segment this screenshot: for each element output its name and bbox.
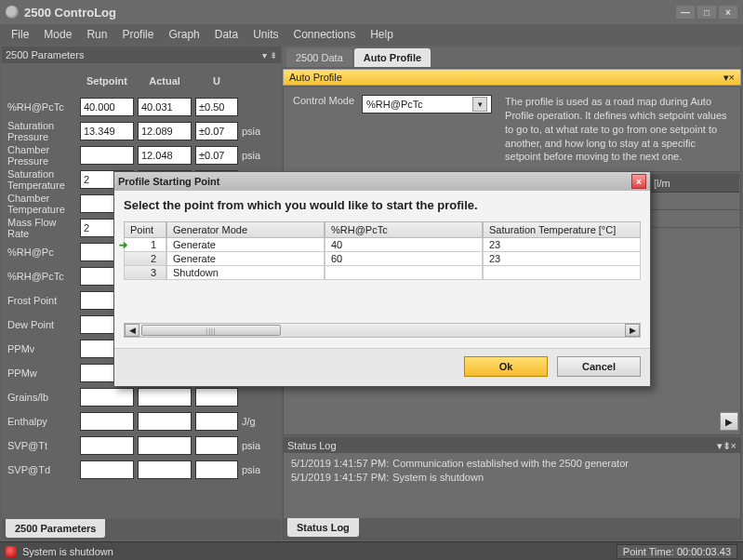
param-unit: psia	[242, 150, 273, 161]
tab-2500-parameters[interactable]: 2500 Parameters	[6, 519, 105, 538]
status-led-icon	[6, 546, 17, 557]
cell-generator-mode: Shutdown	[166, 266, 325, 280]
close-button[interactable]: ×	[719, 6, 737, 19]
param-row: %RH@PcTc40.00040.031±0.50	[7, 95, 277, 119]
param-label: Chamber Temperature	[7, 193, 76, 215]
cell-saturation-temp: 23	[483, 252, 641, 266]
auto-profile-titlebar: Auto Profile ▾ ×	[283, 69, 741, 86]
minimize-button[interactable]: —	[676, 6, 695, 19]
param-actual	[138, 388, 192, 407]
modal-grid-row[interactable]: 3Shutdown	[124, 266, 641, 280]
tab-2500-data[interactable]: 2500 Data	[286, 48, 352, 67]
modal-grid-head: Point Generator Mode %RH@PcTc Saturation…	[124, 221, 641, 238]
param-label: PPMv	[7, 343, 76, 354]
row-arrow-icon: ➔	[119, 239, 127, 251]
param-label: SVP@Td	[7, 464, 76, 475]
param-u	[195, 412, 238, 431]
cell-saturation-temp	[483, 266, 641, 280]
control-mode-combo[interactable]: %RH@PcTc ▾	[362, 95, 492, 113]
cell-generator-mode: Generate	[166, 238, 325, 252]
panel-dropdown-icon[interactable]: ▾	[262, 50, 267, 60]
param-setpoint[interactable]: 13.349	[80, 122, 134, 140]
param-actual	[138, 436, 192, 455]
param-label: PPMw	[7, 367, 76, 379]
statuslog-row: 5/1/2019 1:41:57 PM:System is shutdown	[291, 471, 733, 485]
titlebar: 2500 ControLog — □ ×	[0, 0, 743, 24]
param-label: Enthalpy	[7, 416, 76, 427]
menu-file[interactable]: File	[4, 28, 36, 41]
param-u	[195, 436, 238, 455]
auto-profile-description: The profile is used as a road map during…	[505, 95, 731, 164]
param-setpoint[interactable]	[80, 460, 134, 479]
statuslog-pin-icon[interactable]: ⇟	[723, 440, 731, 452]
param-row: SVP@Tdpsia	[7, 458, 277, 482]
param-label: Frost Point	[7, 295, 76, 306]
app-icon	[6, 6, 19, 19]
param-head: Setpoint Actual U	[7, 69, 277, 93]
menu-graph[interactable]: Graph	[161, 28, 206, 41]
modal-close-button[interactable]: ×	[631, 174, 646, 189]
param-setpoint[interactable]	[80, 412, 134, 431]
modal-grid-row[interactable]: ➔1Generate4023	[124, 238, 641, 252]
cell-generator-mode: Generate	[166, 252, 325, 266]
tab-auto-profile[interactable]: Auto Profile	[354, 48, 431, 67]
status-text: System is shutdown	[22, 546, 113, 557]
param-unit: psia	[242, 440, 273, 451]
modal-horizontal-scrollbar[interactable]: ◀ |||| ▶	[124, 323, 641, 338]
param-label: Chamber Pressure	[7, 144, 76, 167]
param-setpoint[interactable]: 40.000	[80, 98, 134, 116]
param-unit: J/g	[242, 416, 273, 427]
param-actual: 12.048	[138, 146, 192, 165]
param-setpoint[interactable]	[80, 388, 134, 407]
menubar: File Mode Run Profile Graph Data Units C…	[0, 24, 743, 45]
menu-units[interactable]: Units	[245, 28, 285, 41]
param-setpoint[interactable]	[80, 436, 134, 455]
param-row: Chamber Pressure12.048±0.07psia	[7, 143, 277, 167]
chevron-down-icon: ▾	[472, 97, 487, 112]
panel-title: 2500 Parameters	[6, 49, 259, 60]
statuslog-close-icon[interactable]: ×	[731, 440, 736, 451]
ok-button[interactable]: Ok	[464, 356, 548, 377]
cell-point: 2	[124, 252, 166, 266]
statusbar: System is shutdown Point Time: 00:00:03.…	[0, 541, 743, 560]
param-row: Grains/lb	[7, 385, 277, 409]
statuslog-row: 5/1/2019 1:41:57 PM:Communication establ…	[291, 457, 733, 471]
param-row: SVP@Ttpsia	[7, 433, 277, 458]
param-label: Saturation Pressure	[7, 120, 76, 142]
param-actual: 12.089	[138, 122, 192, 140]
param-u	[195, 388, 238, 407]
auto-profile-close-icon[interactable]: ×	[729, 72, 735, 83]
menu-run[interactable]: Run	[79, 28, 114, 41]
maximize-button[interactable]: □	[697, 6, 716, 19]
param-setpoint[interactable]	[80, 146, 134, 165]
menu-data[interactable]: Data	[207, 28, 245, 41]
cell-saturation-temp: 23	[483, 238, 641, 252]
modal-grid-row[interactable]: 2Generate6023	[124, 252, 641, 266]
statuslog-timestamp: 5/1/2019 1:41:57 PM:	[291, 457, 389, 471]
tab-bar: 2500 Data Auto Profile	[283, 47, 741, 67]
scroll-thumb[interactable]: ||||	[141, 325, 281, 336]
modal-profile-starting-point: Profile Starting Point × Select the poin…	[113, 171, 651, 387]
menu-help[interactable]: Help	[363, 28, 401, 41]
scroll-right-icon[interactable]: ▶	[625, 324, 640, 337]
grid-scroll-right-icon[interactable]: ▶	[720, 412, 738, 431]
param-row: EnthalpyJ/g	[7, 409, 277, 433]
param-label: Mass Flow Rate	[7, 217, 76, 239]
tab-status-log[interactable]: Status Log	[287, 518, 359, 537]
menu-mode[interactable]: Mode	[36, 28, 79, 41]
modal-title-text: Profile Starting Point	[118, 176, 631, 187]
menu-profile[interactable]: Profile	[114, 28, 161, 41]
param-u: ±0.50	[195, 98, 238, 116]
panel-pin-icon[interactable]: ⇟	[270, 50, 277, 60]
control-mode-value: %RH@PcTc	[366, 99, 423, 110]
modal-instruction: Select the point from which you would li…	[124, 198, 641, 212]
param-u	[195, 460, 238, 479]
param-actual	[138, 460, 192, 479]
cell-rh	[325, 266, 483, 280]
cancel-button[interactable]: Cancel	[557, 356, 641, 377]
scroll-left-icon[interactable]: ◀	[125, 324, 139, 337]
menu-connections[interactable]: Connections	[285, 28, 363, 41]
param-row: Saturation Pressure13.34912.089±0.07psia	[7, 119, 277, 143]
cell-point: ➔1	[124, 238, 166, 252]
param-label: %RH@Pc	[7, 247, 76, 258]
